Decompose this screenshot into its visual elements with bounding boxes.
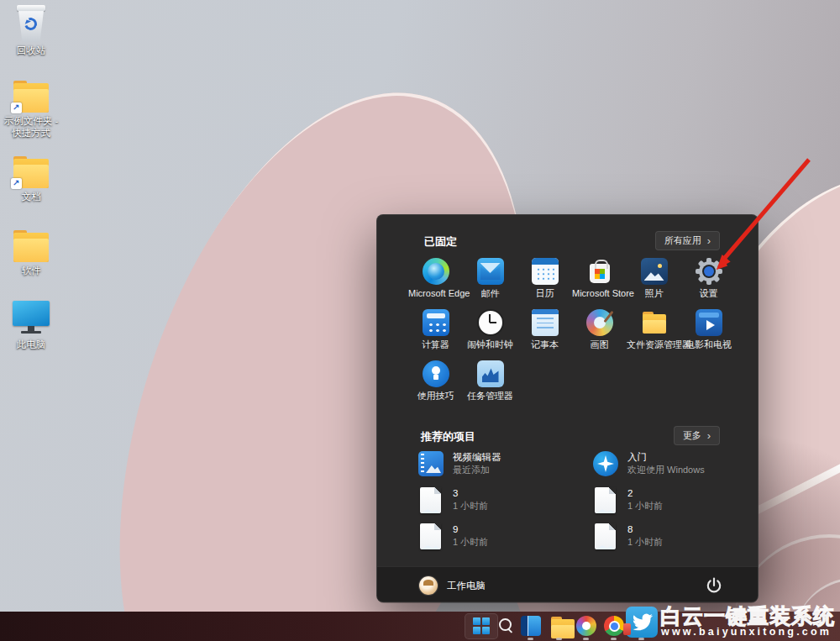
power-icon xyxy=(704,575,724,596)
pinned-app-mail[interactable]: 邮件 xyxy=(463,258,517,299)
recommended-item-file[interactable]: 3 1 小时前 xyxy=(418,487,582,512)
user-avatar[interactable] xyxy=(419,576,438,595)
store-icon xyxy=(586,258,613,285)
pinned-app-microsoft-edge[interactable]: Microsoft Edge xyxy=(408,258,463,299)
pinned-app-label: 文件资源管理器 xyxy=(627,339,681,350)
recommended-subtitle: 1 小时前 xyxy=(453,536,488,548)
all-apps-button-label: 所有应用 xyxy=(664,234,701,247)
running-indicator xyxy=(528,638,533,640)
calendar-icon xyxy=(532,258,559,285)
desktop-icon-label: 软件 xyxy=(3,265,60,276)
pinned-app-alarms-clock[interactable]: 闹钟和时钟 xyxy=(463,309,517,350)
recommended-title: 9 xyxy=(453,523,488,536)
desktop-icon-this-pc[interactable]: 此电脑 xyxy=(0,301,62,350)
pinned-app-label: 电影和电视 xyxy=(681,339,736,350)
file-explorer-taskbar-icon[interactable] xyxy=(549,617,570,637)
recommended-title: 视频编辑器 xyxy=(453,451,501,464)
desktop-icon-label: 回收站 xyxy=(3,45,60,56)
image-file-icon xyxy=(595,523,616,549)
search-icon[interactable] xyxy=(496,616,517,636)
task-manager-icon xyxy=(477,360,504,387)
windows-11-desktop: 回收站 示例文件夹 - 快捷方式 文档 软件 此电脑 已固定 所有应用 › xyxy=(0,0,840,641)
desktop-icon-documents[interactable]: 文档 xyxy=(0,156,62,202)
this-pc-icon xyxy=(12,301,50,336)
movies-tv-icon xyxy=(696,309,722,336)
recommended-subtitle: 最近添加 xyxy=(453,464,501,475)
pinned-app-label: 记事本 xyxy=(517,339,572,350)
notepad-icon xyxy=(532,309,559,336)
recommended-title: 2 xyxy=(627,487,663,500)
pinned-app-notepad[interactable]: 记事本 xyxy=(517,309,572,350)
browser-color-wheel-icon[interactable] xyxy=(576,616,596,636)
alarm-clock-icon xyxy=(477,309,504,336)
pinned-app-tips[interactable]: 使用技巧 xyxy=(408,360,463,402)
user-name[interactable]: 工作电脑 xyxy=(447,580,486,592)
watermark-site-url: www.baiyunxitong.com xyxy=(661,626,832,638)
desktop-icon-folder-shortcut[interactable]: 示例文件夹 - 快捷方式 xyxy=(0,81,62,139)
running-indicator xyxy=(611,638,617,640)
tips-lightbulb-icon xyxy=(423,360,449,387)
running-indicator xyxy=(556,638,562,640)
file-explorer-icon xyxy=(641,309,668,336)
all-apps-button[interactable]: 所有应用 › xyxy=(655,231,720,250)
pinned-app-label: 日历 xyxy=(517,288,572,299)
image-file-icon xyxy=(595,487,616,513)
pinned-app-label: 设置 xyxy=(681,288,736,299)
pinned-app-calculator[interactable]: 计算器 xyxy=(408,309,463,350)
pinned-app-calendar[interactable]: 日历 xyxy=(517,258,572,299)
pinned-section-header: 已固定 xyxy=(424,234,457,250)
pinned-app-label: 闹钟和时钟 xyxy=(463,339,517,350)
power-button[interactable] xyxy=(704,575,724,596)
pinned-app-movies-tv[interactable]: 电影和电视 xyxy=(681,309,736,350)
pinned-app-label: Microsoft Edge xyxy=(408,288,463,299)
folder-shortcut-icon xyxy=(12,81,50,113)
recommended-subtitle: 1 小时前 xyxy=(627,500,663,512)
pinned-app-file-explorer[interactable]: 文件资源管理器 xyxy=(627,309,681,350)
desktop-icon-software[interactable]: 软件 xyxy=(0,230,62,276)
recommended-item-get-started[interactable]: 入门 欢迎使用 Windows xyxy=(593,451,757,476)
pinned-app-label: 使用技巧 xyxy=(408,391,463,402)
recommended-subtitle: 1 小时前 xyxy=(453,500,488,512)
edge-icon xyxy=(423,258,449,285)
watermark-mascot xyxy=(623,623,631,635)
recycle-bin-icon xyxy=(14,3,48,42)
pinned-app-task-manager[interactable]: 任务管理器 xyxy=(463,360,517,402)
pinned-app-label: 邮件 xyxy=(463,288,517,299)
pinned-app-settings[interactable]: 设置 xyxy=(681,258,736,299)
desktop-icon-label: 此电脑 xyxy=(3,339,60,350)
recommended-section-header: 推荐的项目 xyxy=(421,429,475,444)
pinned-app-label: Microsoft Store xyxy=(572,288,627,299)
mail-icon xyxy=(477,258,504,285)
recommended-subtitle: 1 小时前 xyxy=(627,536,663,548)
recommended-item-file[interactable]: 8 1 小时前 xyxy=(593,523,757,549)
settings-gear-icon xyxy=(696,258,722,285)
pinned-app-label: 计算器 xyxy=(408,339,463,350)
folder-icon xyxy=(12,230,50,262)
start-menu-user-bar: 工作电脑 xyxy=(377,566,758,603)
running-indicator xyxy=(583,638,589,640)
more-button[interactable]: 更多 › xyxy=(674,426,720,445)
recommended-item-file[interactable]: 9 1 小时前 xyxy=(418,523,582,549)
chevron-right-icon: › xyxy=(707,430,711,441)
pinned-app-microsoft-store[interactable]: Microsoft Store xyxy=(572,258,627,299)
recommended-item-video-editor[interactable]: 视频编辑器 最近添加 xyxy=(418,451,582,476)
pinned-app-label: 画图 xyxy=(572,339,627,350)
recommended-title: 入门 xyxy=(627,451,705,464)
chrome-icon[interactable] xyxy=(604,616,624,636)
desktop-icon-label: 示例文件夹 - 快捷方式 xyxy=(3,115,60,139)
get-started-icon xyxy=(593,451,618,476)
image-file-icon xyxy=(420,523,441,549)
start-menu: 已固定 所有应用 › Microsoft Edge 邮件 日历 Microsof… xyxy=(376,214,759,602)
calculator-icon xyxy=(423,309,449,336)
pinned-app-paint[interactable]: 画图 xyxy=(572,309,627,350)
recommended-item-file[interactable]: 2 1 小时前 xyxy=(593,487,757,512)
bird-icon xyxy=(629,612,654,633)
app-window-icon[interactable] xyxy=(521,616,541,636)
pinned-app-photos[interactable]: 照片 xyxy=(627,258,681,299)
recommended-title: 3 xyxy=(453,487,488,500)
pinned-app-label: 照片 xyxy=(627,288,681,299)
paint-icon xyxy=(586,309,613,336)
start-button[interactable] xyxy=(471,616,491,636)
running-indicator xyxy=(638,638,644,640)
desktop-icon-recycle-bin[interactable]: 回收站 xyxy=(0,3,62,56)
